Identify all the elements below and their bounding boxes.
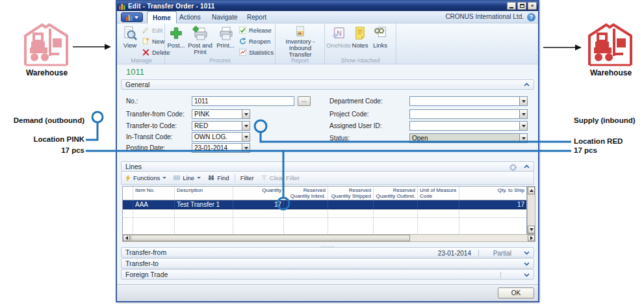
assigned-user-input[interactable]	[410, 122, 519, 130]
new-icon	[142, 37, 150, 46]
posting-date-input[interactable]	[192, 144, 242, 152]
department-dropdown-icon[interactable]	[519, 97, 527, 105]
tab-navigate[interactable]: Navigate	[207, 11, 242, 23]
reopen-button[interactable]: Reopen	[238, 36, 270, 46]
cell-reserved-outbnd[interactable]	[374, 200, 418, 209]
col-uom[interactable]: Unit of Measure Code	[418, 187, 459, 200]
fasttab-transfer-to[interactable]: Transfer-to	[121, 258, 534, 269]
status-input[interactable]	[410, 134, 519, 142]
col-reserved-shipped[interactable]: Reserved Quantity Shipped	[328, 187, 374, 200]
view-button[interactable]: View	[120, 24, 140, 58]
hscroll-thumb[interactable]	[131, 235, 410, 241]
in-transit-dropdown-icon[interactable]	[242, 133, 250, 141]
fasttab-transfer-from[interactable]: Transfer-from 23-01-2014 Partial	[121, 247, 534, 258]
fasttab-foreign-trade[interactable]: Foreign Trade	[121, 269, 534, 280]
foreign-trade-title: Foreign Trade	[125, 271, 168, 278]
circle-transfer-from-icon	[92, 112, 103, 122]
col-qty-to-ship[interactable]: Qty. to Ship	[459, 187, 526, 200]
notes-button[interactable]: Notes	[351, 24, 369, 58]
row-selector[interactable]	[123, 200, 133, 209]
clear-filter-button[interactable]: Clear Filter	[257, 172, 303, 184]
field-status: Status:	[329, 133, 531, 143]
transfer-from-dropdown-icon[interactable]	[242, 110, 250, 118]
cell-item-no[interactable]: AAA	[133, 200, 175, 209]
general-collapse-icon[interactable]	[524, 83, 530, 87]
scroll-down-icon[interactable]	[528, 226, 535, 233]
status-dropdown-icon[interactable]	[519, 134, 527, 142]
transfer-to-dropdown-icon[interactable]	[242, 122, 250, 130]
statistics-button[interactable]: Statistics	[238, 47, 274, 57]
cell-description[interactable]: Test Transfer 1	[175, 200, 233, 209]
inventory-report-icon	[292, 25, 308, 37]
filter-button[interactable]: Filter	[237, 172, 257, 184]
release-button[interactable]: Release	[238, 25, 272, 35]
transfer-from-input[interactable]	[192, 110, 242, 118]
no-input[interactable]	[192, 97, 294, 105]
cell-reserved-inbnd[interactable]	[284, 200, 328, 209]
table-row[interactable]: AAA Test Transfer 1 17 17	[123, 200, 526, 209]
in-transit-input[interactable]	[192, 133, 242, 141]
assigned-user-dropdown-icon[interactable]	[519, 122, 527, 130]
transfer-to-expand-icon[interactable]	[524, 261, 530, 266]
cell-quantity[interactable]: 17	[233, 200, 284, 209]
tab-report[interactable]: Report	[242, 11, 272, 23]
inventory-inbound-transfer-button[interactable]: Inventory - Inbound Transfer	[278, 24, 322, 58]
functions-icon	[125, 174, 131, 182]
location-pink-label: Location PINK	[0, 135, 84, 143]
cell-qty-to-ship[interactable]: 17	[459, 200, 526, 209]
fasttab-general[interactable]: General	[121, 79, 534, 90]
application-menu-button[interactable]	[121, 12, 143, 22]
col-description[interactable]: Description	[175, 187, 233, 200]
cell-reserved-shipped[interactable]	[328, 200, 374, 209]
gear-icon[interactable]	[509, 164, 517, 171]
post-and-print-button[interactable]: Post and Print	[187, 24, 214, 58]
lines-table: Item No. Description Quantity Reserved Q…	[122, 186, 527, 235]
edit-button[interactable]: Edit	[142, 25, 162, 35]
find-button[interactable]: Find	[204, 172, 232, 184]
line-button[interactable]: Line	[170, 172, 204, 184]
transfer-to-input[interactable]	[192, 122, 242, 130]
close-button[interactable]: ×	[528, 2, 537, 10]
posting-date-dropdown-icon[interactable]	[242, 144, 250, 152]
empty-area[interactable]	[123, 218, 526, 234]
col-item-no[interactable]: Item No.	[133, 187, 175, 200]
table-hscrollbar[interactable]	[122, 234, 535, 242]
scroll-right-icon[interactable]	[528, 235, 535, 241]
tab-actions[interactable]: Actions	[174, 11, 206, 23]
table-vscrollbar[interactable]	[527, 186, 535, 234]
links-button[interactable]: Links	[370, 24, 390, 58]
project-input[interactable]	[410, 110, 519, 118]
print-button[interactable]: Print...	[215, 24, 236, 58]
foreign-trade-expand-icon[interactable]	[524, 272, 530, 277]
cell-uom[interactable]	[418, 200, 459, 209]
col-reserved-outbnd[interactable]: Reserved Quantity Outbnd.	[374, 187, 418, 200]
post-button[interactable]: Post...	[166, 24, 186, 58]
no-assist-button[interactable]: ...	[298, 96, 311, 106]
scroll-up-icon[interactable]	[528, 187, 535, 194]
transfer-from-expand-icon[interactable]	[524, 250, 530, 255]
group-label-manage: Manage	[118, 57, 164, 64]
canvas: Warehouse Demand (outbound) Location PIN…	[0, 0, 644, 305]
row-selector-header[interactable]	[123, 187, 133, 200]
functions-button[interactable]: Functions	[122, 172, 170, 184]
find-label: Find	[217, 174, 229, 181]
project-dropdown-icon[interactable]	[519, 110, 527, 118]
transfer-from-summary-date: 23-01-2014	[438, 250, 471, 257]
help-icon[interactable]: ?	[527, 13, 535, 21]
new-button[interactable]: New	[142, 36, 164, 46]
minimize-button[interactable]	[507, 2, 516, 10]
col-reserved-inbnd[interactable]: Reserved Quantity Inbnd.	[284, 187, 328, 200]
tab-home[interactable]: Home	[147, 11, 177, 23]
ok-button[interactable]: OK	[498, 287, 534, 298]
window-titlebar[interactable]: Edit - Transfer Order - 1011 ×	[117, 1, 538, 11]
fasttab-lines[interactable]: Lines	[121, 161, 534, 172]
scroll-left-icon[interactable]	[123, 235, 130, 241]
maximize-button[interactable]	[517, 2, 526, 10]
onenote-button[interactable]: N OneNote	[328, 24, 350, 58]
lines-collapse-icon[interactable]	[524, 165, 530, 169]
col-quantity[interactable]: Quantity	[233, 187, 284, 200]
department-input[interactable]	[410, 97, 519, 105]
empty-row[interactable]	[123, 209, 526, 218]
view-icon	[122, 25, 138, 41]
transfer-to-label: Transfer-to Code:	[126, 122, 177, 129]
